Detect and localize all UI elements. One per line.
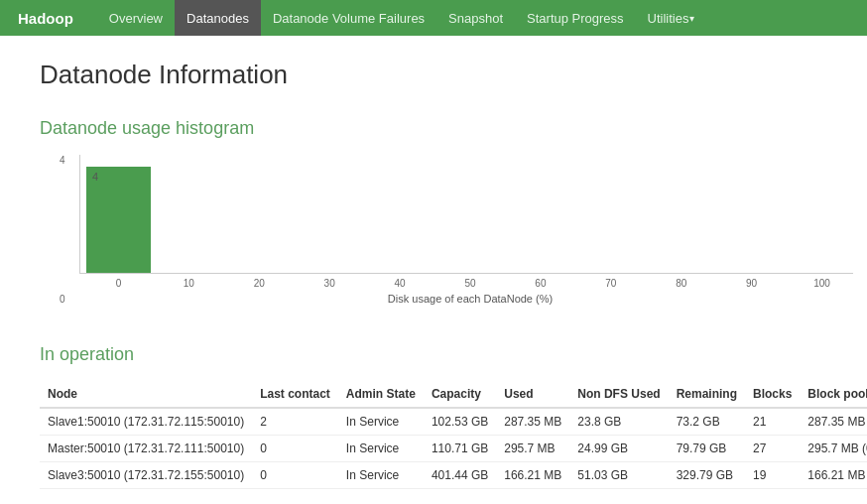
col-node: Node	[40, 381, 252, 408]
table-cell-1-6: 79.79 GB	[669, 436, 745, 462]
table-cell-2-3: 401.44 GB	[424, 462, 496, 489]
table-cell-1-8: 295.7 MB (0.26%)	[800, 436, 867, 462]
table-row: Slave1:50010 (172.31.72.115:50010)2In Se…	[40, 408, 867, 436]
table-cell-1-7: 27	[745, 436, 800, 462]
table-cell-0-5: 23.8 GB	[569, 408, 668, 436]
table-cell-2-0: Slave3:50010 (172.31.72.155:50010)	[40, 462, 252, 489]
main-content: Datanode Information Datanode usage hist…	[0, 36, 867, 504]
x-axis-title: Disk usage of each DataNode (%)	[83, 293, 857, 305]
table-cell-0-3: 102.53 GB	[424, 408, 496, 436]
table-cell-1-5: 24.99 GB	[569, 436, 668, 462]
histogram-section: Datanode usage histogram 4 0 4	[40, 118, 827, 305]
x-tick-60: 60	[505, 278, 575, 289]
x-tick-0: 0	[83, 278, 154, 289]
histogram-bar: 4	[86, 167, 151, 273]
datanode-table: Node Last contact Admin State Capacity U…	[40, 381, 867, 489]
col-blocks: Blocks	[745, 381, 800, 408]
x-tick-50: 50	[435, 278, 506, 289]
table-cell-2-6: 329.79 GB	[669, 462, 745, 489]
x-axis-labels: 0 10 20 30 40 50 60 70 80 90 100	[83, 274, 857, 289]
x-tick-70: 70	[575, 278, 646, 289]
x-tick-20: 20	[224, 278, 295, 289]
table-cell-0-1: 2	[252, 408, 338, 436]
nav-datanodes[interactable]: Datanodes	[175, 0, 261, 36]
top-nav: Hadoop Overview Datanodes Datanode Volum…	[0, 0, 867, 36]
histogram-chart: 4	[79, 155, 853, 274]
table-cell-1-1: 0	[252, 436, 338, 462]
table-row: Master:50010 (172.31.72.111:50010)0In Se…	[40, 436, 867, 462]
table-cell-0-8: 287.35 MB (0.27%)	[800, 408, 867, 436]
histogram-title: Datanode usage histogram	[40, 118, 827, 139]
table-cell-1-2: In Service	[338, 436, 424, 462]
table-row: Slave3:50010 (172.31.72.155:50010)0In Se…	[40, 462, 867, 489]
table-cell-2-8: 166.21 MB (0.04%)	[800, 462, 867, 489]
table-cell-1-3: 110.71 GB	[424, 436, 496, 462]
x-tick-10: 10	[154, 278, 224, 289]
bar-value-label: 4	[92, 171, 98, 183]
table-cell-0-6: 73.2 GB	[669, 408, 745, 436]
col-used: Used	[496, 381, 569, 408]
x-tick-100: 100	[787, 278, 857, 289]
nav-startup-progress[interactable]: Startup Progress	[515, 0, 636, 36]
nav-utilities[interactable]: Utilities	[636, 0, 706, 36]
col-last-contact: Last contact	[252, 381, 338, 408]
table-cell-2-7: 19	[745, 462, 800, 489]
x-tick-30: 30	[295, 278, 365, 289]
table-cell-1-0: Master:50010 (172.31.72.111:50010)	[40, 436, 252, 462]
page-title: Datanode Information	[40, 60, 827, 90]
col-block-pool-used: Block pool used	[800, 381, 867, 408]
brand-logo: Hadoop	[10, 10, 81, 27]
table-cell-2-5: 51.03 GB	[569, 462, 668, 489]
col-admin-state: Admin State	[338, 381, 424, 408]
table-cell-2-1: 0	[252, 462, 338, 489]
col-capacity: Capacity	[424, 381, 496, 408]
col-remaining: Remaining	[669, 381, 745, 408]
in-operation-title: In operation	[40, 344, 827, 365]
table-cell-2-4: 166.21 MB	[496, 462, 569, 489]
col-non-dfs-used: Non DFS Used	[569, 381, 668, 408]
nav-datanode-volume-failures[interactable]: Datanode Volume Failures	[261, 0, 436, 36]
table-cell-1-4: 295.7 MB	[496, 436, 569, 462]
table-cell-2-2: In Service	[338, 462, 424, 489]
nav-overview[interactable]: Overview	[97, 0, 175, 36]
in-operation-section: In operation Node Last contact Admin Sta…	[40, 344, 827, 489]
x-tick-90: 90	[716, 278, 787, 289]
table-cell-0-0: Slave1:50010 (172.31.72.115:50010)	[40, 408, 252, 436]
x-tick-80: 80	[646, 278, 716, 289]
table-header-row: Node Last contact Admin State Capacity U…	[40, 381, 867, 408]
table-cell-0-7: 21	[745, 408, 800, 436]
table-cell-0-4: 287.35 MB	[496, 408, 569, 436]
table-cell-0-2: In Service	[338, 408, 424, 436]
nav-snapshot[interactable]: Snapshot	[436, 0, 515, 36]
x-tick-40: 40	[365, 278, 435, 289]
